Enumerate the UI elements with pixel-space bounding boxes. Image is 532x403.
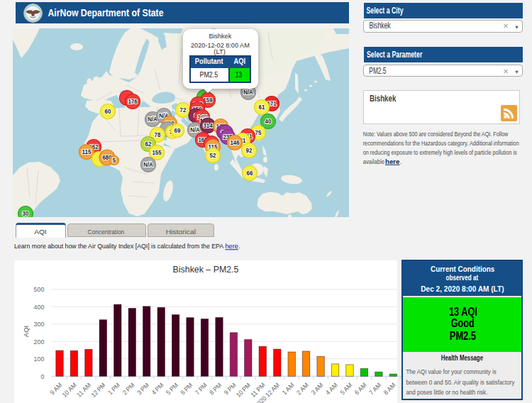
svg-text:Bishkek: Bishkek [370,94,397,104]
svg-text:▼: ▼ [514,69,519,75]
svg-text:on reducing exposure to extrem: on reducing exposure to extremely high l… [363,148,517,156]
svg-text:Bishkek – PM2.5: Bishkek – PM2.5 [173,265,239,275]
svg-text:×: × [503,66,509,77]
svg-text:here: here [385,158,400,165]
svg-text:available: available [363,158,385,165]
svg-text:Learn more about how the Air Q: Learn more about how the Air Quality Ind… [14,242,224,250]
svg-text:between 0 and 50. Air quality: between 0 and 50. Air quality is satisfa… [406,378,514,386]
svg-text:.: . [239,242,241,250]
svg-text:Select a City: Select a City [367,6,404,16]
svg-text:13: 13 [235,70,242,79]
svg-text:(LT): (LT) [214,48,226,55]
svg-text:AQI: AQI [234,57,246,65]
svg-text:Concentration: Concentration [88,228,125,236]
svg-text:Dec 2, 2020 8:00 AM (LT): Dec 2, 2020 8:00 AM (LT) [421,285,504,293]
svg-text:recommendations for the Hazard: recommendations for the Hazardous catego… [363,139,519,147]
svg-text:Select a Parameter: Select a Parameter [367,49,422,60]
svg-text:PM2.5: PM2.5 [450,329,476,342]
svg-text:Current Conditions: Current Conditions [431,265,494,273]
svg-text:Pollutant: Pollutant [195,57,223,65]
svg-text:13 AQI: 13 AQI [449,305,477,318]
svg-text:PM2.5: PM2.5 [369,66,386,76]
svg-text:and poses little or no health: and poses little or no health risk. [406,388,487,396]
svg-text:AQI: AQI [34,228,46,236]
svg-text:PM2.5: PM2.5 [200,70,218,79]
svg-text:AQI: AQI [22,326,30,337]
svg-text:Good: Good [451,316,475,329]
svg-text:Bishkek: Bishkek [209,32,231,40]
svg-text:Health Message: Health Message [441,353,483,362]
svg-text:here: here [225,242,238,250]
svg-text:The AQI value for your communi: The AQI value for your community is [406,368,496,375]
svg-text:Historical: Historical [166,228,196,236]
svg-text:▼: ▼ [514,24,519,31]
svg-text:Note: Values above 500 are con: Note: Values above 500 are considered Be… [363,130,509,138]
svg-text:.: . [400,158,402,165]
svg-text:AirNow Department of State: AirNow Department of State [48,6,164,18]
svg-text:×: × [503,21,509,31]
svg-text:observed at: observed at [446,274,479,282]
svg-text:Bishkek: Bishkek [369,21,391,31]
